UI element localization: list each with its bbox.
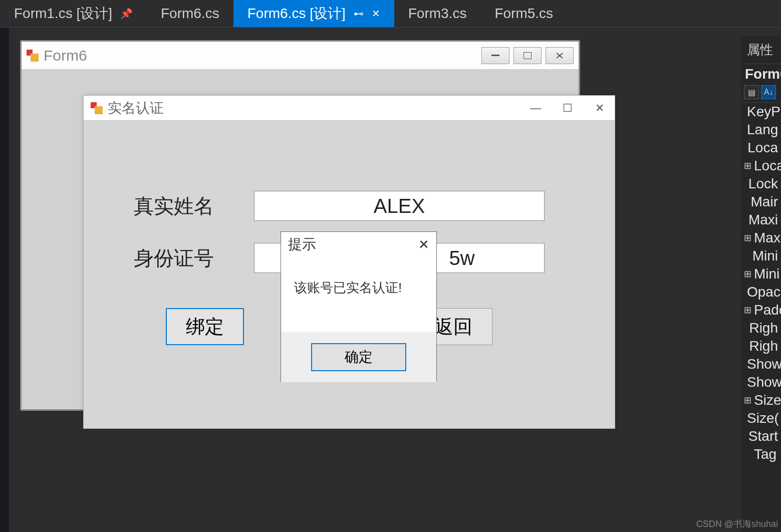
minimize-button[interactable] <box>481 47 509 64</box>
property-row[interactable]: ⊞Size <box>741 391 781 409</box>
property-name: Mair <box>751 194 778 210</box>
property-row[interactable]: ⊞Loca <box>741 157 781 175</box>
property-row[interactable]: Show <box>741 373 781 391</box>
properties-toolbar: ▤ A↓ <box>741 84 781 103</box>
app-icon <box>91 102 103 114</box>
alphabetical-icon[interactable]: A↓ <box>761 85 776 99</box>
tab-label: Form3.cs <box>408 6 467 22</box>
property-row[interactable]: ⊞Maxi <box>741 229 781 247</box>
property-name: Loca <box>754 158 781 174</box>
property-name: Mini <box>752 248 778 264</box>
property-row[interactable]: Tag <box>741 445 781 463</box>
tab-form6-code[interactable]: Form6.cs <box>147 0 233 27</box>
property-row[interactable]: Lock <box>741 175 781 193</box>
property-row[interactable]: Opac <box>741 283 781 301</box>
tab-label: Form5.cs <box>494 6 553 22</box>
watermark-text: CSDN @书海shuhai <box>696 518 778 530</box>
dialog-titlebar: 实名认证 — ☐ ✕ <box>84 96 615 121</box>
svg-rect-1 <box>524 52 532 59</box>
property-name: Righ <box>749 338 778 354</box>
property-row[interactable]: Righ <box>741 319 781 337</box>
bind-button[interactable]: 绑定 <box>166 308 244 345</box>
property-name: Lock <box>748 176 778 192</box>
property-row[interactable]: KeyP <box>741 103 781 121</box>
close-icon[interactable]: ✕ <box>372 8 380 20</box>
window-controls <box>481 47 574 64</box>
minimize-icon[interactable]: — <box>528 102 544 115</box>
messagebox-body: 该账号已实名认证! <box>281 257 436 332</box>
document-tabbar: Form1.cs [设计] 📌 Form6.cs Form6.cs [设计] ⊷… <box>0 0 781 28</box>
property-name: Opac <box>747 284 780 300</box>
expand-icon[interactable]: ⊞ <box>744 269 751 280</box>
property-name: Tag <box>754 446 776 462</box>
properties-list[interactable]: KeyPLangLoca⊞LocaLockMairMaxi⊞MaxiMini⊞M… <box>741 103 781 463</box>
property-name: Lang <box>747 122 778 138</box>
tab-form5[interactable]: Form5.cs <box>480 0 567 27</box>
property-name: Loca <box>747 140 778 156</box>
tab-form3[interactable]: Form3.cs <box>394 0 481 27</box>
dialog-title: 实名认证 <box>108 99 164 118</box>
pin-icon[interactable]: ⊷ <box>354 8 364 20</box>
expand-icon[interactable]: ⊞ <box>744 395 751 406</box>
form6-titlebar: Form6 <box>22 42 579 70</box>
maximize-button[interactable] <box>513 47 542 64</box>
property-row[interactable]: Mini <box>741 247 781 265</box>
dialog-window-controls: — ☐ ✕ <box>528 102 608 115</box>
property-name: Maxi <box>748 212 778 228</box>
property-name: Padc <box>754 302 781 318</box>
property-row[interactable]: Lang <box>741 121 781 139</box>
property-row[interactable]: ⊞Padc <box>741 301 781 319</box>
property-row[interactable]: Mair <box>741 193 781 211</box>
messagebox-footer: 确定 <box>281 332 436 382</box>
tab-form6-design[interactable]: Form6.cs [设计] ⊷ ✕ <box>233 0 394 27</box>
tab-label: Form6.cs <box>161 6 219 22</box>
properties-panel[interactable]: 属性 Form6 ▤ A↓ KeyPLangLoca⊞LocaLockMairM… <box>741 36 781 532</box>
property-name: Size( <box>747 410 779 426</box>
categorized-icon[interactable]: ▤ <box>744 85 759 99</box>
messagebox: 提示 ✕ 该账号已实名认证! 确定 <box>281 231 437 382</box>
close-icon[interactable]: ✕ <box>418 237 429 252</box>
property-row[interactable]: Size( <box>741 409 781 427</box>
property-name: Show <box>747 356 781 372</box>
property-row[interactable]: Start <box>741 427 781 445</box>
property-name: Show <box>747 374 781 390</box>
property-name: Start <box>748 428 778 444</box>
close-button[interactable] <box>546 47 574 64</box>
properties-header: 属性 <box>741 36 781 64</box>
label-idnumber: 身份证号 <box>134 244 254 272</box>
property-row[interactable]: ⊞Mini <box>741 265 781 283</box>
label-realname: 真实姓名 <box>134 192 254 220</box>
messagebox-titlebar: 提示 ✕ <box>281 232 436 257</box>
ok-button[interactable]: 确定 <box>311 343 406 371</box>
property-name: Mini <box>754 266 779 282</box>
properties-object[interactable]: Form6 <box>741 64 781 84</box>
row-realname: 真实姓名 <box>134 191 595 221</box>
close-icon[interactable]: ✕ <box>592 102 608 115</box>
form6-title: Form6 <box>44 47 87 64</box>
property-name: Righ <box>749 320 778 336</box>
property-row[interactable]: Loca <box>741 139 781 157</box>
property-row[interactable]: Maxi <box>741 211 781 229</box>
left-gutter <box>0 28 9 532</box>
app-icon <box>27 50 39 62</box>
property-name: KeyP <box>747 104 780 120</box>
expand-icon[interactable]: ⊞ <box>744 160 751 171</box>
property-name: Size <box>754 392 781 408</box>
tab-label: Form6.cs [设计] <box>247 4 346 23</box>
maximize-icon[interactable]: ☐ <box>560 102 576 115</box>
expand-icon[interactable]: ⊞ <box>744 232 751 243</box>
expand-icon[interactable]: ⊞ <box>744 305 751 316</box>
input-realname[interactable] <box>254 191 545 221</box>
svg-rect-0 <box>491 55 499 56</box>
tab-label: Form1.cs [设计] <box>14 4 112 23</box>
property-row[interactable]: Righ <box>741 337 781 355</box>
messagebox-title-text: 提示 <box>288 235 316 254</box>
tab-form1-design[interactable]: Form1.cs [设计] 📌 <box>0 0 147 27</box>
property-name: Maxi <box>754 230 781 246</box>
property-row[interactable]: Show <box>741 355 781 373</box>
pin-icon[interactable]: 📌 <box>120 8 133 20</box>
